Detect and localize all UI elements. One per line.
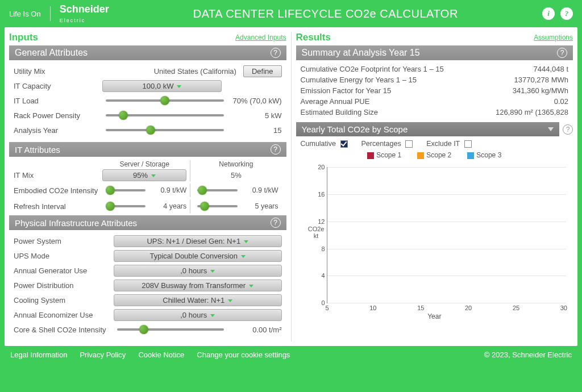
- privacy-link[interactable]: Privacy Policy: [80, 351, 126, 359]
- co2e-chart: CO2ekt 048121620: [296, 161, 573, 303]
- server-pct-select[interactable]: 95%: [102, 169, 186, 181]
- summary-table: Cumulative CO2e Footprint for Years 1 – …: [296, 60, 573, 122]
- rack-density-value: 5 kW: [231, 111, 282, 120]
- x-axis-label: Year: [296, 312, 573, 320]
- copyright: © 2023, Schneider Electric: [484, 351, 572, 359]
- chevron-down-icon: [548, 127, 554, 131]
- ref-net-slider[interactable]: [197, 205, 237, 207]
- utility-mix-label: Utility Mix: [14, 67, 99, 76]
- embodied-intensity-label: Embodied CO2e Intensity: [14, 186, 99, 195]
- summary-row: Estimated Building Size126,890 m² (1365,…: [301, 107, 569, 118]
- power-system-select[interactable]: UPS: N+1 / Diesel Gen: N+1: [114, 235, 282, 247]
- core-shell-slider[interactable]: [117, 328, 224, 331]
- assumptions-link[interactable]: Assumptions: [534, 34, 573, 41]
- tagline: Life Is On: [9, 10, 41, 18]
- analysis-year-slider[interactable]: [106, 129, 224, 131]
- econ-use-select[interactable]: ,0 hours: [114, 309, 282, 321]
- percentages-check[interactable]: Percentages: [361, 140, 413, 148]
- cookie-link[interactable]: Cookie Notice: [138, 351, 184, 359]
- help-icon[interactable]: ?: [271, 48, 281, 58]
- power-system-label: Power System: [14, 237, 110, 245]
- info-icon[interactable]: i: [542, 7, 555, 20]
- it-load-slider[interactable]: [106, 99, 224, 102]
- rack-density-label: Rack Power Density: [14, 111, 99, 120]
- it-load-value: 70% (70,0 kW): [231, 97, 282, 105]
- define-button[interactable]: Define: [243, 65, 282, 77]
- econ-use-label: Annual Economizer Use: [14, 311, 110, 319]
- ups-mode-label: UPS Mode: [14, 252, 110, 260]
- ref-server-slider[interactable]: [106, 205, 146, 207]
- advanced-inputs-link[interactable]: Advanced Inputs: [235, 34, 286, 41]
- page-title: DATA CENTER LIFECYCLE CO2e CALCULATOR: [109, 7, 542, 20]
- rack-density-slider[interactable]: [106, 114, 224, 116]
- cumulative-check[interactable]: Cumulative: [301, 140, 348, 148]
- cooling-label: Cooling System: [14, 296, 110, 305]
- exclude-it-check[interactable]: Exclude IT: [426, 140, 471, 148]
- legal-link[interactable]: Legal Information: [10, 351, 67, 359]
- inputs-heading: Inputs: [9, 32, 38, 43]
- top-bar: Life Is On Schneider Electric DATA CENTE…: [5, 0, 577, 27]
- help-icon[interactable]: ?: [271, 218, 281, 228]
- emb-server-slider[interactable]: [106, 189, 146, 191]
- it-load-label: IT Load: [14, 97, 99, 105]
- help-icon[interactable]: ?: [557, 48, 567, 58]
- core-shell-value: 0.00 t/m²: [231, 326, 282, 334]
- power-dist-label: Power Distribution: [14, 281, 110, 290]
- general-attributes-bar: General Attributes ?: [9, 45, 286, 60]
- help-icon[interactable]: ?: [271, 144, 281, 155]
- summary-row: Cumulative Energy for Years 1 – 1513770,…: [301, 74, 569, 85]
- analysis-year-label: Analysis Year: [14, 126, 99, 135]
- chart-select[interactable]: Yearly Total CO2e by Scope: [296, 122, 560, 136]
- cookie-settings-link[interactable]: Change your cookie settings: [197, 351, 290, 359]
- company-logo: Schneider Electric: [60, 3, 109, 24]
- network-pct-value: 5%: [190, 169, 281, 181]
- refresh-interval-label: Refresh Interval: [14, 202, 99, 211]
- gen-use-label: Annual Generator Use: [14, 266, 110, 275]
- chart-legend: Scope 1 Scope 2 Scope 3: [296, 149, 573, 161]
- power-dist-select[interactable]: 208V Busway from Transformer: [114, 280, 282, 291]
- server-storage-header: Server / Storage: [102, 160, 186, 168]
- help-icon[interactable]: ?: [563, 124, 573, 135]
- brand: Life Is On Schneider Electric: [9, 3, 109, 24]
- gen-use-select[interactable]: ,0 hours: [114, 265, 282, 277]
- it-mix-label: IT Mix: [14, 171, 99, 180]
- results-heading: Results: [296, 32, 331, 43]
- summary-row: Average Annual PUE0.02: [301, 96, 569, 107]
- cooling-select[interactable]: Chilled Water: N+1: [114, 294, 282, 306]
- footer: Legal Information Privacy Policy Cookie …: [5, 346, 577, 364]
- phys-attributes-bar: Physical Infrastructure Attributes ?: [9, 215, 286, 230]
- it-capacity-label: IT Capacity: [14, 82, 99, 90]
- it-attributes-bar: IT Attributes ?: [9, 142, 286, 157]
- networking-header: Networking: [194, 160, 278, 168]
- analysis-year-value: 15: [231, 126, 282, 135]
- it-capacity-select[interactable]: 100,0 kW: [102, 80, 222, 92]
- utility-mix-value: United States (California): [102, 67, 240, 76]
- emb-net-slider[interactable]: [197, 189, 237, 191]
- summary-row: Emission Factor for Year 15341,360 kg/MW…: [301, 85, 569, 96]
- help-icon[interactable]: ?: [560, 7, 573, 20]
- summary-bar: Summary at Analysis Year 15 ?: [296, 45, 573, 60]
- summary-row: Cumulative CO2e Footprint for Years 1 – …: [301, 64, 569, 74]
- ups-mode-select[interactable]: Typical Double Conversion: [114, 250, 282, 262]
- core-shell-label: Core & Shell CO2e Intensity: [14, 326, 110, 334]
